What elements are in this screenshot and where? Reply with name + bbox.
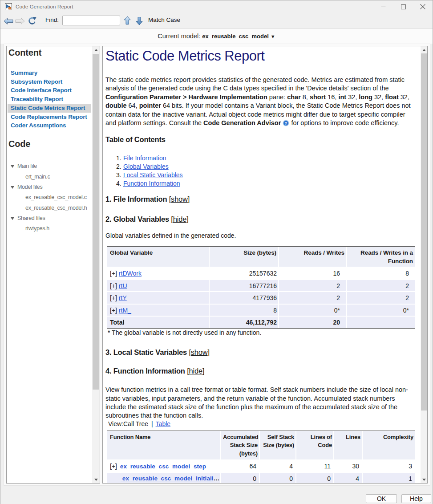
- find-previous-button[interactable]: [124, 16, 131, 27]
- report-scrollbar[interactable]: [421, 46, 427, 483]
- match-case-label[interactable]: Match Case: [148, 16, 180, 23]
- expand-toggle[interactable]: [+]: [110, 270, 119, 277]
- tree-expand-icon[interactable]: [11, 165, 14, 168]
- intro-text-segment: double: [105, 102, 127, 109]
- intro-text-segment: 8,: [301, 93, 310, 101]
- function-info-table: Function NameAccumulated Stack Size (byt…: [107, 431, 415, 484]
- variable-link-rtM_[interactable]: rtM_: [119, 307, 131, 314]
- sidebar-scrollbar[interactable]: [92, 46, 100, 483]
- section-toggle: [hide]: [171, 215, 188, 223]
- tree-file-ex-reusable-csc-model.h[interactable]: ex_reusable_csc_model.h: [7, 204, 92, 215]
- sidebar-scrollbar-thumb[interactable]: [93, 54, 99, 390]
- tree-node-model-files[interactable]: Model files: [7, 183, 92, 194]
- sidebar-link-traceability-report[interactable]: Traceability Report: [8, 95, 69, 104]
- intro-text-segment: The static code metrics report provides …: [105, 76, 405, 92]
- toc-link-global-variables[interactable]: Global Variables: [123, 163, 169, 170]
- variable-link-rtDWork[interactable]: rtDWork: [119, 270, 142, 277]
- tree-file-label: ex_reusable_csc_model.h: [25, 205, 87, 211]
- intro-text-segment: 64,: [127, 102, 139, 109]
- intro-text-segment: 16,: [326, 93, 338, 101]
- expand-toggle[interactable]: [+]: [110, 307, 119, 314]
- toolbar-separator: [43, 16, 43, 26]
- triangle-up-glyph: [422, 49, 426, 51]
- function-information-toggle-link[interactable]: hide: [189, 367, 202, 375]
- model-dropdown-icon[interactable]: ▼: [271, 34, 275, 39]
- sidebar-link-coder-assumptions[interactable]: Coder Assumptions: [8, 122, 72, 130]
- sidebar-link-subsystem-report[interactable]: Subsystem Report: [8, 77, 69, 86]
- toc-link-file-information[interactable]: File Information: [123, 154, 166, 162]
- view-table-link[interactable]: Table: [156, 420, 170, 427]
- gv-row-rtDWork: [+] rtDWork25157632168: [107, 268, 415, 280]
- tree-file-rtwtypes.h[interactable]: rtwtypes.h: [7, 225, 92, 235]
- gv-row-total: Total46,112,79220: [107, 317, 415, 328]
- sidebar-link-static-code-metrics-report[interactable]: Static Code Metrics Report: [8, 104, 91, 113]
- maximize-button[interactable]: [393, 0, 413, 13]
- gv-col-header: Reads / Writes: [279, 247, 347, 268]
- toc-link-function-information[interactable]: Function Information: [123, 180, 180, 187]
- gv-cell: 16: [279, 268, 347, 280]
- app-icon: [5, 3, 12, 10]
- fn-cell: 4: [334, 473, 363, 484]
- gv-cell: 8: [210, 305, 279, 317]
- file-information-toggle-link[interactable]: show: [171, 195, 188, 203]
- find-next-button[interactable]: [136, 16, 143, 27]
- global-variables-toggle-link[interactable]: hide: [173, 215, 186, 223]
- fn-cell: 0: [260, 473, 296, 484]
- local-static-variables-toggle-link[interactable]: show: [191, 348, 208, 356]
- function-link-ex_reusable_csc_model_initialize[interactable]: ex_reusable_csc_model_initialize: [121, 475, 220, 482]
- content-links: SummarySubsystem ReportCode Interface Re…: [7, 69, 92, 130]
- tree-file-label: rtwtypes.h: [25, 225, 49, 232]
- find-input[interactable]: [62, 16, 120, 25]
- variable-link-rtU[interactable]: rtU: [119, 282, 127, 289]
- gv-cell: 2: [279, 280, 347, 293]
- gv-row-rtU: [+] rtU1677721622: [107, 280, 415, 293]
- back-button[interactable]: [4, 18, 13, 26]
- scroll-up-icon[interactable]: [421, 46, 427, 53]
- gv-cell: 8: [347, 268, 415, 280]
- tree-expand-icon[interactable]: [11, 217, 14, 220]
- section-heading-global-variables: 2. Global Variables [hide]: [105, 215, 421, 224]
- panels-container: Content SummarySubsystem ReportCode Inte…: [4, 44, 430, 486]
- function-link-ex_reusable_csc_model_step[interactable]: ex_reusable_csc_model_step: [118, 463, 206, 470]
- fn-cell: 3: [363, 460, 415, 473]
- sidebar-link-code-interface-report[interactable]: Code Interface Report: [8, 86, 78, 95]
- fn-cell: 1: [363, 473, 415, 484]
- toc-heading: Table of Contents: [105, 135, 421, 144]
- scroll-down-icon[interactable]: [92, 476, 100, 483]
- intro-text-segment: 32,: [346, 93, 359, 101]
- expand-toggle[interactable]: [+]: [110, 463, 117, 470]
- forward-button[interactable]: [15, 18, 25, 26]
- tree-expand-icon[interactable]: [11, 186, 14, 189]
- close-button[interactable]: [413, 0, 433, 13]
- expand-toggle[interactable]: [+]: [110, 282, 119, 289]
- ok-button[interactable]: OK: [366, 494, 397, 503]
- gv-name-cell: [+] rtM_: [107, 305, 210, 317]
- fn-cell: 11: [296, 460, 334, 473]
- scroll-up-icon[interactable]: [92, 46, 100, 53]
- help-button[interactable]: Help: [401, 494, 431, 503]
- sidebar-link-summary[interactable]: Summary: [8, 69, 44, 78]
- minimize-button[interactable]: [373, 0, 393, 13]
- help-icon[interactable]: ?: [283, 120, 289, 129]
- view-call-tree-label: View:Call Tree: [108, 420, 148, 427]
- section-title: 1. File Information: [105, 195, 167, 203]
- scroll-down-icon[interactable]: [421, 476, 427, 483]
- gv-cell: 0*: [279, 305, 347, 317]
- global-table-footnote: * The global variable is not directly us…: [108, 329, 421, 336]
- report-scrollbar-thumb[interactable]: [421, 53, 427, 411]
- tree-node-main-file[interactable]: Main file: [7, 163, 92, 173]
- gv-cell: 2: [347, 280, 415, 293]
- sidebar-link-code-replacements-report[interactable]: Code Replacements Report: [8, 113, 92, 122]
- variable-link-rtY[interactable]: rtY: [119, 294, 127, 301]
- arrow-down-icon: [136, 16, 143, 25]
- current-model[interactable]: Current model: ex_reusable_csc_model▼: [158, 33, 275, 40]
- report-document: Static Code Metrics Report The static co…: [103, 46, 421, 484]
- view-switcher: View:Call Tree|Table: [108, 420, 421, 427]
- fn-col-header: Function Name: [107, 431, 221, 460]
- tree-node-shared-files[interactable]: Shared files: [7, 215, 92, 225]
- toc-link-local-static-variables[interactable]: Local Static Variables: [123, 171, 183, 179]
- tree-file-ert-main.c[interactable]: ert_main.c: [7, 173, 92, 183]
- expand-toggle[interactable]: [+]: [110, 294, 119, 301]
- refresh-button[interactable]: [28, 16, 36, 27]
- tree-file-ex-reusable-csc-model.c[interactable]: ex_reusable_csc_model.c: [7, 194, 92, 204]
